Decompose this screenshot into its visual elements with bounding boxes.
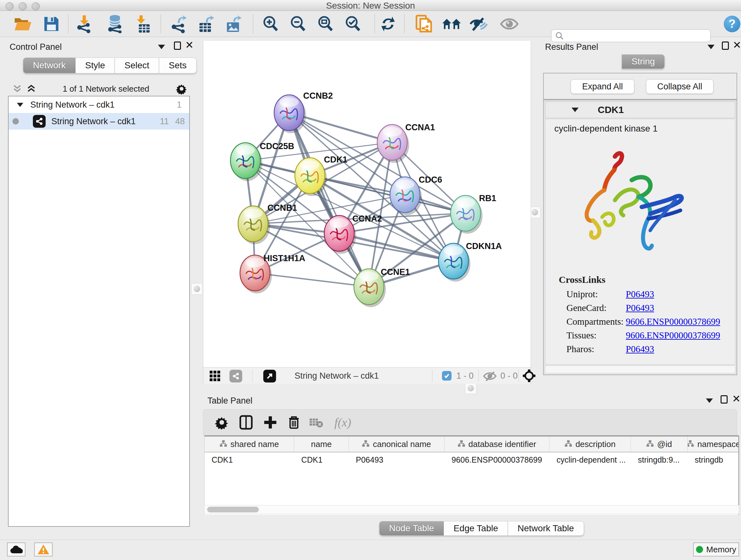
node-CDK1[interactable]: CDK1 xyxy=(295,155,347,196)
tab-network[interactable]: Network xyxy=(23,57,76,73)
column-header-canonical-name[interactable]: canonical name xyxy=(349,436,445,452)
crosslink-link[interactable]: 9606.ENSP00000378699 xyxy=(626,316,720,327)
show-all-panels-button[interactable] xyxy=(440,14,463,34)
expand-all-button[interactable]: Expand All xyxy=(570,79,634,94)
table-panel-close-button[interactable]: ✕ xyxy=(732,395,741,403)
search-input[interactable] xyxy=(566,31,706,41)
cell-@id[interactable]: stringdb:9... xyxy=(631,455,688,464)
birdseye-crosshair-icon[interactable] xyxy=(522,369,536,382)
results-panel-float-button[interactable] xyxy=(722,42,729,50)
left-splitter-handle[interactable] xyxy=(191,283,203,295)
export-image-button[interactable] xyxy=(222,14,245,34)
refresh-view-button[interactable] xyxy=(377,14,400,34)
export-table-button[interactable] xyxy=(194,14,217,34)
column-header-namespace[interactable]: namespace xyxy=(688,436,739,452)
crosslink-row: Compartments:9606.ENSP00000378699 xyxy=(566,316,736,327)
network-options-gear-icon[interactable] xyxy=(176,83,187,95)
column-header-shared-name[interactable]: shared name xyxy=(205,436,294,452)
tab-edge-table[interactable]: Edge Table xyxy=(444,521,508,536)
collection-expander-icon[interactable] xyxy=(17,103,23,107)
table-horizontal-scrollbar[interactable] xyxy=(204,505,739,514)
tab-style[interactable]: Style xyxy=(76,57,115,73)
expand-all-chevron-icon[interactable] xyxy=(12,84,22,93)
node-RB1[interactable]: RB1 xyxy=(451,193,496,234)
table-row[interactable]: CDK1CDK1P064939606.ENSP00000378699cyclin… xyxy=(205,452,738,467)
search-field[interactable] xyxy=(551,29,711,42)
node-HIST1H1A[interactable]: HIST1H1A xyxy=(240,253,306,294)
delete-column-button[interactable] xyxy=(284,412,304,433)
delete-table-button[interactable] xyxy=(306,412,327,433)
zoom-out-button[interactable] xyxy=(286,14,310,34)
cell-name[interactable]: CDK1 xyxy=(294,455,349,464)
cloud-status-button[interactable] xyxy=(7,543,25,557)
zoom-selected-button[interactable] xyxy=(341,14,364,34)
network-collection-row[interactable]: String Network – cdk1 1 xyxy=(9,97,189,113)
tab-node-table[interactable]: Node Table xyxy=(379,521,444,536)
node-CCNB1[interactable]: CCNB1 xyxy=(238,203,297,244)
cdk1-expander-icon[interactable] xyxy=(571,108,579,112)
crosslink-link[interactable]: 9606.ENSP00000378699 xyxy=(626,330,720,341)
cell-database-identifier[interactable]: 9606.ENSP00000378699 xyxy=(445,455,549,464)
cell-shared-name[interactable]: CDK1 xyxy=(205,455,294,464)
scrollbar-thumb[interactable] xyxy=(207,507,259,512)
import-network-file-button[interactable] xyxy=(72,14,95,34)
cell-namespace[interactable]: stringdb xyxy=(688,455,739,464)
memory-button[interactable]: Memory xyxy=(693,543,739,557)
import-table-file-button[interactable] xyxy=(131,14,154,34)
detach-view-icon[interactable] xyxy=(263,370,276,382)
tab-sets[interactable]: Sets xyxy=(159,57,197,73)
network-row-selected[interactable]: String Network – cdk1 11 48 xyxy=(9,113,189,130)
table-options-button[interactable] xyxy=(212,412,232,433)
warnings-button[interactable] xyxy=(34,543,53,557)
crosslink-link[interactable]: P06493 xyxy=(626,344,654,354)
network-view-canvas[interactable]: CCNB2CCNA1CDC25BCDK1CDC6RB1CCNB1CCNA2CDK… xyxy=(203,41,531,367)
control-panel-float-button[interactable] xyxy=(174,42,181,50)
memory-status-dot xyxy=(696,546,703,553)
zoom-in-button[interactable] xyxy=(259,14,282,34)
crosslink-link[interactable]: P06493 xyxy=(626,289,654,300)
cell-canonical-name[interactable]: P06493 xyxy=(349,455,445,464)
control-panel-close-button[interactable]: ✕ xyxy=(185,41,194,49)
tab-network-table[interactable]: Network Table xyxy=(508,521,584,536)
column-header-description[interactable]: description xyxy=(549,436,631,452)
tab-string[interactable]: String xyxy=(622,54,665,69)
open-session-button[interactable] xyxy=(11,14,34,34)
node-CDC25B[interactable]: CDC25B xyxy=(230,141,294,181)
function-builder-button[interactable]: f(x) xyxy=(328,412,357,433)
create-column-button[interactable] xyxy=(260,412,280,433)
cdk1-section-header[interactable]: CDK1 xyxy=(545,102,735,118)
node-CDKN1A[interactable]: CDKN1A xyxy=(439,241,502,282)
column-header-name[interactable]: name xyxy=(294,436,349,452)
main-toolbar: ? xyxy=(0,11,741,37)
table-panel-menu-caret[interactable] xyxy=(706,398,713,403)
show-hide-graphics-details-button[interactable] xyxy=(467,14,490,34)
node-CCNE1[interactable]: CCNE1 xyxy=(354,267,410,307)
collapse-all-chevron-icon[interactable] xyxy=(26,84,36,93)
birds-eye-view-button[interactable] xyxy=(498,14,521,34)
save-session-button[interactable] xyxy=(40,14,63,34)
clone-network-button[interactable] xyxy=(413,14,435,34)
control-panel-menu-caret[interactable] xyxy=(158,45,165,49)
node-CCNA2[interactable]: CCNA2 xyxy=(324,214,382,254)
tab-select[interactable]: Select xyxy=(115,57,159,73)
help-button[interactable]: ? xyxy=(721,14,741,34)
network-share-view-icon[interactable] xyxy=(229,370,242,382)
bottom-splitter-handle[interactable] xyxy=(465,382,476,394)
column-header-@id[interactable]: @id xyxy=(631,436,688,452)
show-columns-button[interactable] xyxy=(236,412,256,433)
column-header-database-identifier[interactable]: database identifier xyxy=(445,436,549,452)
results-panel-menu-caret[interactable] xyxy=(708,45,715,49)
table-panel-float-button[interactable] xyxy=(721,395,728,403)
crosslink-link[interactable]: P06493 xyxy=(626,303,654,313)
selected-items-checkbox-icon[interactable] xyxy=(442,371,452,381)
cell-description[interactable]: cyclin-dependent ... xyxy=(549,455,631,464)
node-CCNA1[interactable]: CCNA1 xyxy=(377,123,435,163)
results-panel-close-button[interactable]: ✕ xyxy=(733,41,741,49)
grid-view-icon[interactable] xyxy=(209,370,221,382)
zoom-fit-button[interactable] xyxy=(314,14,337,34)
results-horizontal-scrollbar[interactable] xyxy=(545,366,735,373)
import-network-database-button[interactable] xyxy=(104,14,126,34)
collapse-all-button[interactable]: Collapse All xyxy=(646,79,714,94)
export-network-button[interactable] xyxy=(167,14,190,34)
node-CCNB2[interactable]: CCNB2 xyxy=(274,91,333,133)
